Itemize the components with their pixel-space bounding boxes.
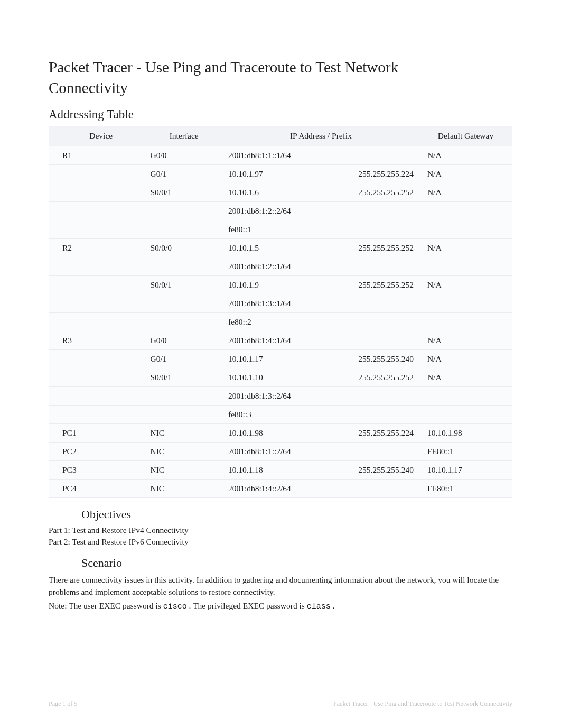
title-line: Packet Tracer - Use Ping and Traceroute … [49, 59, 398, 76]
table-row: PC3NIC10.10.1.18255.255.255.24010.10.1.1… [49, 461, 512, 480]
cell-mask [353, 294, 419, 313]
cell-device [49, 165, 145, 183]
col-header-ip: IP Address / Prefix [223, 126, 419, 146]
cell-interface [145, 257, 223, 276]
table-header-row: Device Interface IP Address / Prefix Def… [49, 126, 512, 146]
cell-gateway: N/A [419, 183, 512, 202]
footer-page-current: 1 [62, 700, 66, 707]
addressing-table: Device Interface IP Address / Prefix Def… [49, 126, 512, 498]
cell-ip: 2001:db8:1:2::2/64 [223, 202, 353, 220]
cell-mask: 255.255.255.252 [353, 368, 419, 387]
cell-mask [353, 313, 419, 331]
table-row: S0/0/110.10.1.6255.255.255.252N/A [49, 183, 512, 202]
table-row: R2S0/0/010.10.1.5255.255.255.252N/A [49, 239, 512, 257]
table-row: S0/0/110.10.1.10255.255.255.252N/A [49, 368, 512, 387]
cell-mask: 255.255.255.252 [353, 276, 419, 294]
table-row: PC2NIC2001:db8:1:1::2/64FE80::1 [49, 443, 512, 461]
cell-gateway: N/A [419, 331, 512, 350]
cell-ip: 10.10.1.97 [223, 165, 353, 183]
cell-device [49, 406, 145, 424]
cell-mask [353, 331, 419, 350]
col-header-device: Device [49, 126, 145, 146]
cell-gateway [419, 257, 512, 276]
cell-mask [353, 443, 419, 461]
note-text: . [333, 601, 335, 610]
cell-gateway: 10.10.1.17 [419, 461, 512, 480]
cell-interface [145, 313, 223, 331]
table-row: R3G0/02001:db8:1:4::1/64N/A [49, 331, 512, 350]
objectives-list: Part 1: Test and Restore IPv4 Connectivi… [49, 526, 512, 547]
table-row: PC4NIC2001:db8:1:4::2/64FE80::1 [49, 480, 512, 498]
objectives-heading: Objectives [81, 508, 512, 521]
cell-ip: 10.10.1.6 [223, 183, 353, 202]
table-row: 2001:db8:1:3::2/64 [49, 387, 512, 406]
table-row: S0/0/110.10.1.9255.255.255.252N/A [49, 276, 512, 294]
cell-interface: G0/1 [145, 350, 223, 368]
scenario-note: Note: The user EXEC password is cisco . … [49, 600, 512, 613]
cell-gateway [419, 202, 512, 220]
note-password-user: cisco [163, 602, 187, 611]
cell-ip: 10.10.1.17 [223, 350, 353, 368]
footer-right: Packet Tracer - Use Ping and Traceroute … [333, 700, 512, 708]
cell-device [49, 220, 145, 239]
cell-gateway: FE80::1 [419, 480, 512, 498]
cell-device [49, 294, 145, 313]
scenario-paragraph: There are connectivity issues in this ac… [49, 574, 512, 598]
col-header-gateway: Default Gateway [419, 126, 512, 146]
footer-label: Page [49, 700, 62, 707]
footer-page-total: 5 [74, 700, 77, 707]
cell-interface: S0/0/1 [145, 368, 223, 387]
cell-mask [353, 480, 419, 498]
table-row: PC1NIC10.10.1.98255.255.255.22410.10.1.9… [49, 424, 512, 443]
cell-mask: 255.255.255.224 [353, 165, 419, 183]
cell-ip: 2001:db8:1:1::2/64 [223, 443, 353, 461]
cell-interface [145, 406, 223, 424]
cell-interface [145, 202, 223, 220]
cell-gateway: N/A [419, 239, 512, 257]
cell-interface: G0/1 [145, 165, 223, 183]
cell-ip: fe80::2 [223, 313, 353, 331]
cell-mask [353, 146, 419, 165]
table-row: R1G0/02001:db8:1:1::1/64N/A [49, 146, 512, 165]
cell-gateway: N/A [419, 165, 512, 183]
cell-interface: NIC [145, 480, 223, 498]
cell-gateway: 10.10.1.98 [419, 424, 512, 443]
cell-mask: 255.255.255.252 [353, 239, 419, 257]
footer-label: of [67, 700, 74, 707]
cell-device: R3 [49, 331, 145, 350]
cell-device: PC3 [49, 461, 145, 480]
cell-gateway: N/A [419, 276, 512, 294]
page-footer: Page 1 of 5 Packet Tracer - Use Ping and… [49, 700, 512, 708]
table-row: G0/110.10.1.17255.255.255.240N/A [49, 350, 512, 368]
cell-device [49, 368, 145, 387]
cell-ip: 2001:db8:1:2::1/64 [223, 257, 353, 276]
cell-mask [353, 257, 419, 276]
addressing-table-body: R1G0/02001:db8:1:1::1/64N/AG0/110.10.1.9… [49, 146, 512, 498]
cell-device [49, 350, 145, 368]
cell-mask [353, 387, 419, 406]
table-row: 2001:db8:1:2::1/64 [49, 257, 512, 276]
cell-device: R2 [49, 239, 145, 257]
table-row: fe80::2 [49, 313, 512, 331]
cell-ip: 10.10.1.18 [223, 461, 353, 480]
cell-ip: 2001:db8:1:1::1/64 [223, 146, 353, 165]
cell-gateway [419, 406, 512, 424]
addressing-table-heading: Addressing Table [49, 108, 512, 122]
cell-mask: 255.255.255.240 [353, 461, 419, 480]
table-row: 2001:db8:1:3::1/64 [49, 294, 512, 313]
cell-interface: G0/0 [145, 146, 223, 165]
cell-ip: 2001:db8:1:3::2/64 [223, 387, 353, 406]
cell-interface [145, 294, 223, 313]
objective-item: Part 1: Test and Restore IPv4 Connectivi… [49, 526, 512, 535]
title-line: Connectivity [49, 79, 128, 96]
cell-mask: 255.255.255.252 [353, 183, 419, 202]
cell-device: PC4 [49, 480, 145, 498]
cell-device [49, 202, 145, 220]
objective-item: Part 2: Test and Restore IPv6 Connectivi… [49, 537, 512, 547]
cell-ip: 2001:db8:1:4::1/64 [223, 331, 353, 350]
cell-device [49, 387, 145, 406]
table-row: fe80::1 [49, 220, 512, 239]
footer-left: Page 1 of 5 [49, 700, 77, 708]
cell-interface: S0/0/1 [145, 183, 223, 202]
cell-interface [145, 387, 223, 406]
